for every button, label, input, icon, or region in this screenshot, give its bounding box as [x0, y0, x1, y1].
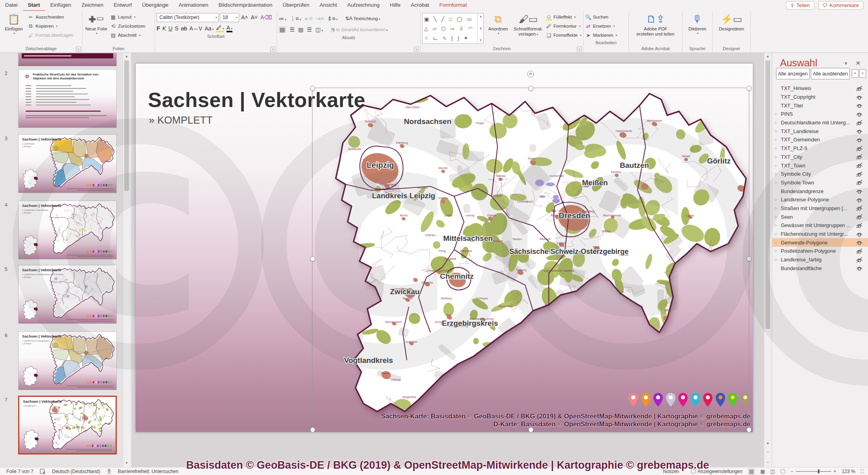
layer-item-deutschlandkarte-mit-unterg-[interactable]: ▷Deutschlandkarte mit Unterg...	[772, 118, 868, 127]
eye-hidden-icon[interactable]	[855, 214, 864, 220]
eye-hidden-icon[interactable]	[855, 154, 864, 160]
shadow-button[interactable]: S	[175, 25, 178, 32]
layer-item-seen[interactable]: ▷Seen	[772, 212, 868, 221]
section-button[interactable]: ▤ Abschnitt▾	[110, 31, 145, 39]
layer-item-stra-en-mit-untergruppen-[interactable]: ▷Straßen mit Untergruppen [...	[772, 204, 868, 213]
align-right-button[interactable]: ▤	[298, 26, 303, 33]
eye-hidden-icon[interactable]	[855, 179, 864, 186]
layer-item-txt-city[interactable]: ▷TXT_City	[772, 153, 868, 161]
resize-handle[interactable]	[528, 427, 533, 432]
shape-outline-button[interactable]: 🖉 Formkontur▾	[546, 22, 582, 30]
tab-aufzeichnung[interactable]: Aufzeichnung	[342, 0, 385, 10]
tab-formformat[interactable]: Formformat	[434, 0, 472, 10]
tab-ansicht[interactable]: Ansicht	[314, 0, 342, 10]
show-all-button[interactable]: Alle anzeigen	[776, 68, 810, 79]
thumbnail-slide-5[interactable]: Sachsen | Vektorkarte» Landkreise & Post…	[18, 265, 117, 324]
drawing-dialog-launcher[interactable]: ↘	[577, 47, 582, 52]
expand-icon[interactable]: ▷	[775, 146, 777, 150]
thumbnail-slide-7[interactable]: Sachsen | Vektorkarte» KOMPLETT	[18, 396, 117, 454]
bullets-button[interactable]: ≔▾	[279, 15, 286, 22]
shape-fill-button[interactable]: ◇ Fülleffekt▾	[546, 13, 582, 21]
move-down-button[interactable]: ∨	[859, 69, 866, 78]
shapes-gallery-scroll[interactable]: ▲▼⊽	[477, 13, 483, 43]
arrange-button[interactable]: ⧉ Anordnen▾	[485, 11, 511, 35]
fit-to-window-icon[interactable]: ⛶	[861, 469, 864, 474]
layer-item-bundeslandgrenze[interactable]: Bundeslandgrenze	[772, 187, 868, 195]
slideshow-view-button[interactable]: 🖵	[780, 469, 785, 474]
decrease-indent-button[interactable]: ⇤≡	[305, 15, 312, 22]
shape-effects-button[interactable]: ❏ Formeffekte▾	[546, 31, 582, 39]
eye-visible-icon[interactable]	[855, 188, 864, 194]
canvas-scrollbar[interactable]: ▲ ▼ ⌃ ⌄	[764, 53, 772, 467]
rotate-handle[interactable]: ⟳	[527, 71, 534, 77]
layer-item-landkreise-polygone[interactable]: ▷Landkreise-Polygone	[772, 195, 868, 204]
share-button[interactable]: ⇪ Teilen	[786, 1, 814, 9]
character-spacing-button[interactable]: A⇔V	[189, 25, 202, 32]
format-painter-button[interactable]: 🖌 Format übertragen	[28, 31, 73, 39]
expand-icon[interactable]: ▷	[775, 215, 777, 219]
eye-hidden-icon[interactable]	[855, 205, 864, 211]
expand-icon[interactable]: ▷	[775, 241, 777, 244]
layer-item-gew-sser-mit-untergruppen-[interactable]: ▷Gewässer mit Untergruppen ...	[772, 221, 868, 230]
tab-entwurf[interactable]: Entwurf	[108, 0, 137, 10]
eye-visible-icon[interactable]	[855, 94, 864, 100]
replace-button[interactable]: ⇄ Ersetzen▾	[585, 22, 627, 30]
layer-item-txt-town[interactable]: ▷TXT_Town	[772, 161, 868, 170]
justify-button[interactable]: ☰	[307, 26, 312, 33]
font-dialog-launcher[interactable]: ↘	[270, 47, 275, 52]
reset-button[interactable]: ⟲ Zurücksetzen	[110, 22, 145, 30]
expand-icon[interactable]: ▷	[775, 223, 777, 227]
eye-hidden-icon[interactable]	[855, 145, 864, 152]
expand-icon[interactable]: ▷	[775, 232, 777, 236]
eye-hidden-icon[interactable]	[855, 120, 864, 126]
find-button[interactable]: 🔍 Suchen	[585, 13, 627, 21]
eye-visible-icon[interactable]	[855, 102, 864, 109]
layer-item-pins[interactable]: ▷PINS	[772, 110, 868, 118]
quick-styles-button[interactable]: 🖌▭ Schnellformat- vorlagen▾	[513, 11, 544, 37]
zoom-slider-thumb[interactable]	[818, 469, 819, 473]
thumb-scroll-down-icon[interactable]: ▼	[124, 460, 129, 466]
canvas-scroll-thumb[interactable]	[765, 60, 770, 329]
zoom-slider-track[interactable]	[796, 471, 831, 472]
layer-item-symbole-town[interactable]: ▷Symbole Town	[772, 178, 868, 187]
expand-icon[interactable]: ▷	[775, 138, 777, 141]
resize-handle[interactable]	[746, 86, 752, 91]
layer-item-fl-chennutzung-mit-untergr-[interactable]: ▷Flächennutzung mit Untergr...	[772, 230, 868, 238]
layer-item-bundeslandfl-che[interactable]: Bundeslandfläche	[772, 264, 868, 272]
numbering-button[interactable]: ⋮≡▾	[290, 15, 301, 22]
eye-hidden-icon[interactable]	[855, 162, 864, 169]
tab-animationen[interactable]: Animationen	[174, 0, 213, 10]
line-spacing-button[interactable]: ⇕≡▾	[327, 15, 338, 22]
next-slide-icon[interactable]: ⌄	[765, 459, 771, 465]
paragraph-dialog-launcher[interactable]: ↘	[414, 47, 419, 52]
layer-item-txt-landkreise[interactable]: ▷TXT_Landkreise	[772, 127, 868, 135]
new-slide-button[interactable]: 🞧▭ Neue Folie▾	[84, 11, 108, 35]
resize-handle[interactable]	[310, 256, 315, 261]
eye-hidden-icon[interactable]	[855, 257, 864, 263]
thumbnail-scrollbar[interactable]: ▲ ▼	[123, 53, 131, 467]
eye-hidden-icon[interactable]	[855, 171, 864, 177]
zoom-level[interactable]: 123 %	[842, 469, 855, 474]
layer-item-txt-hinweis[interactable]: TXT_Hinweis	[772, 84, 868, 93]
shrink-font-button[interactable]: A˅	[250, 14, 259, 21]
expand-icon[interactable]: ▷	[775, 181, 777, 184]
expand-icon[interactable]: ▷	[775, 258, 777, 261]
expand-icon[interactable]: ▷	[775, 164, 777, 167]
change-case-button[interactable]: Aa▾	[205, 25, 214, 32]
resize-handle[interactable]	[528, 86, 533, 91]
tab-hilfe[interactable]: Hilfe	[385, 0, 406, 10]
expand-icon[interactable]: ▷	[775, 172, 777, 176]
smartart-convert-button[interactable]: ⬔ In SmartArt konvertieren▾	[331, 27, 388, 32]
font-color-button[interactable]: A▾	[226, 24, 232, 32]
hide-all-button[interactable]: Alle ausblenden	[811, 68, 850, 79]
eye-visible-icon[interactable]	[855, 137, 864, 143]
eye-visible-icon[interactable]	[855, 231, 864, 237]
zoom-in-icon[interactable]: +	[834, 469, 836, 474]
adobe-pdf-button[interactable]: 🗋⇪ Adobe PDF erstellen und teilen	[632, 11, 679, 37]
tab-überprüfen[interactable]: Überprüfen	[277, 0, 314, 10]
accessibility-icon[interactable]	[107, 469, 112, 474]
underline-button[interactable]: U	[168, 25, 172, 32]
align-center-button[interactable]: ☰	[290, 26, 295, 33]
resize-handle[interactable]	[310, 86, 315, 91]
strikethrough-button[interactable]: ab	[181, 25, 187, 32]
